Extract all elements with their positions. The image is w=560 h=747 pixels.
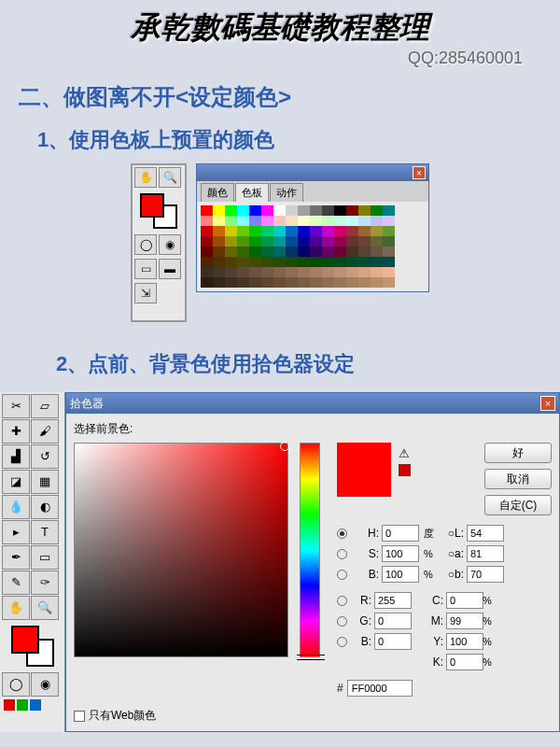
gamut-warning-icon[interactable]: ⚠ — [399, 446, 411, 460]
swatch-cell[interactable] — [358, 277, 371, 288]
swatch-cell[interactable] — [286, 257, 298, 267]
a-input[interactable]: 81 — [467, 545, 504, 562]
swatch-cell[interactable] — [334, 267, 346, 277]
swatch-cell[interactable] — [322, 216, 334, 226]
swatch-cell[interactable] — [249, 277, 261, 288]
swatch-cell[interactable] — [298, 257, 310, 267]
g-radio[interactable] — [337, 616, 347, 627]
swatch-cell[interactable] — [346, 226, 358, 236]
swatch-cell[interactable] — [273, 257, 286, 267]
swatch-cell[interactable] — [371, 257, 383, 267]
y-input[interactable]: 100 — [446, 633, 483, 650]
swatch-cell[interactable] — [213, 205, 225, 216]
tab-color[interactable]: 颜色 — [201, 183, 234, 202]
swatch-cell[interactable] — [346, 267, 358, 277]
screen-mode-1-icon[interactable]: ▭ — [134, 259, 157, 279]
swatch-cell[interactable] — [261, 257, 273, 267]
swatch-cell[interactable] — [334, 205, 346, 216]
swatch-cell[interactable] — [298, 267, 310, 277]
swatch-cell[interactable] — [322, 267, 334, 277]
swatch-cell[interactable] — [286, 205, 298, 216]
swatch-cell[interactable] — [225, 247, 237, 257]
mini-swatch[interactable] — [4, 699, 15, 711]
swatch-cell[interactable] — [383, 257, 395, 267]
swatch-cell[interactable] — [286, 247, 298, 257]
swatch-cell[interactable] — [237, 267, 249, 277]
close-icon[interactable]: × — [413, 166, 426, 179]
swatch-cell[interactable] — [261, 236, 273, 247]
swatch-cell[interactable] — [261, 226, 273, 236]
swatch-cell[interactable] — [383, 277, 395, 288]
stamp-tool-icon[interactable]: ▟ — [2, 444, 30, 469]
brush-tool-icon[interactable]: 🖌 — [31, 419, 59, 444]
swatch-cell[interactable] — [249, 216, 261, 226]
gamut-swatch[interactable] — [399, 464, 411, 476]
swatch-cell[interactable] — [249, 267, 261, 277]
swatch-cell[interactable] — [346, 277, 358, 288]
swatch-cell[interactable] — [334, 277, 346, 288]
swatch-cell[interactable] — [273, 267, 286, 277]
swatch-cell[interactable] — [298, 247, 310, 257]
s-input[interactable]: 100 — [382, 545, 419, 562]
swatch-cell[interactable] — [273, 277, 286, 288]
cancel-button[interactable]: 取消 — [484, 469, 552, 489]
mini-swatch[interactable] — [30, 699, 41, 711]
swatch-cell[interactable] — [225, 267, 237, 277]
b-radio[interactable] — [337, 570, 347, 580]
hand-tool-icon[interactable]: ✋ — [2, 596, 30, 620]
swatch-cell[interactable] — [346, 236, 358, 247]
swatch-cell[interactable] — [249, 226, 261, 236]
type-tool-icon[interactable]: T — [31, 520, 59, 544]
swatch-cell[interactable] — [237, 226, 249, 236]
swatch-cell[interactable] — [286, 226, 298, 236]
standard-mode-icon[interactable]: ◯ — [2, 672, 30, 697]
swatch-cell[interactable] — [225, 257, 237, 267]
swatch-cell[interactable] — [201, 216, 213, 226]
swatch-cell[interactable] — [201, 236, 213, 247]
swatch-cell[interactable] — [358, 267, 371, 277]
swatch-cell[interactable] — [237, 257, 249, 267]
blur-tool-icon[interactable]: 💧 — [2, 495, 30, 519]
swatch-cell[interactable] — [358, 247, 371, 257]
swatch-cell[interactable] — [273, 247, 286, 257]
swatch-cell[interactable] — [358, 205, 371, 216]
swatch-cell[interactable] — [358, 257, 371, 267]
b2-input[interactable]: 70 — [467, 566, 504, 583]
dialog-titlebar[interactable]: 拾色器 × — [66, 393, 559, 414]
l-input[interactable]: 54 — [467, 525, 504, 542]
swatch-cell[interactable] — [225, 236, 237, 247]
swatch-cell[interactable] — [298, 277, 310, 288]
swatch-cell[interactable] — [334, 226, 346, 236]
screen-mode-2-icon[interactable]: ▬ — [159, 259, 181, 279]
foreground-color-swatch[interactable] — [11, 626, 39, 654]
swatch-cell[interactable] — [322, 205, 334, 216]
swatch-cell[interactable] — [286, 216, 298, 226]
swatch-cell[interactable] — [383, 205, 395, 216]
swatch-cell[interactable] — [334, 236, 346, 247]
swatch-cell[interactable] — [286, 236, 298, 247]
ok-button[interactable]: 好 — [484, 443, 552, 463]
swatch-cell[interactable] — [310, 236, 322, 247]
s-radio[interactable] — [337, 549, 347, 559]
swatch-cell[interactable] — [334, 257, 346, 267]
swatch-cell[interactable] — [261, 267, 273, 277]
swatch-cell[interactable] — [322, 226, 334, 236]
swatch-cell[interactable] — [371, 216, 383, 226]
swatch-cell[interactable] — [273, 226, 286, 236]
swatch-cell[interactable] — [310, 216, 322, 226]
jump-to-icon[interactable]: ⇲ — [134, 283, 157, 303]
custom-button[interactable]: 自定(C) — [484, 495, 552, 515]
swatch-cell[interactable] — [201, 277, 213, 288]
tab-swatches[interactable]: 色板 — [235, 183, 269, 202]
swatch-cell[interactable] — [298, 226, 310, 236]
swatch-cell[interactable] — [322, 277, 334, 288]
swatch-cell[interactable] — [383, 247, 395, 257]
swatch-cell[interactable] — [383, 216, 395, 226]
fg-bg-color-selector[interactable] — [11, 626, 54, 667]
swatch-cell[interactable] — [334, 247, 346, 257]
c-input[interactable]: 0 — [446, 592, 483, 609]
b2-radio[interactable] — [337, 637, 347, 647]
foreground-color-swatch[interactable] — [140, 193, 164, 218]
mask-mode-icon[interactable]: ◉ — [31, 672, 59, 697]
swatch-cell[interactable] — [249, 247, 261, 257]
